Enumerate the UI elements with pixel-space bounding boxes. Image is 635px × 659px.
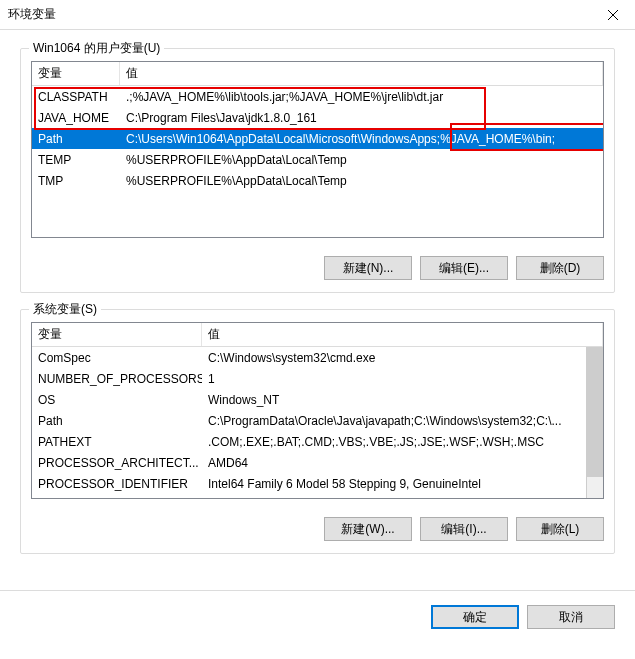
cell-name: PATHEXT: [32, 435, 202, 449]
cell-value: C:\Windows\system32\cmd.exe: [202, 351, 603, 365]
cell-value: C:\ProgramData\Oracle\Java\javapath;C:\W…: [202, 414, 603, 428]
system-delete-button[interactable]: 删除(L): [516, 517, 604, 541]
scroll-thumb[interactable]: [587, 347, 603, 477]
user-new-button[interactable]: 新建(N)...: [324, 256, 412, 280]
table-row[interactable]: ComSpecC:\Windows\system32\cmd.exe: [32, 347, 603, 368]
list-body: ComSpecC:\Windows\system32\cmd.exeNUMBER…: [32, 347, 603, 494]
system-variables-group: 系统变量(S) 变量 值 ComSpecC:\Windows\system32\…: [20, 309, 615, 554]
list-header: 变量 值: [32, 323, 603, 347]
col-header-value[interactable]: 值: [202, 323, 603, 346]
cell-value: 1: [202, 372, 603, 386]
user-delete-button[interactable]: 删除(D): [516, 256, 604, 280]
user-group-label: Win1064 的用户变量(U): [29, 40, 164, 57]
cell-value: Intel64 Family 6 Model 58 Stepping 9, Ge…: [202, 477, 603, 491]
cell-value: .COM;.EXE;.BAT;.CMD;.VBS;.VBE;.JS;.JSE;.…: [202, 435, 603, 449]
cell-value: %USERPROFILE%\AppData\Local\Temp: [120, 153, 603, 167]
dialog-footer: 确定 取消: [0, 590, 635, 647]
scrollbar[interactable]: [586, 347, 603, 498]
table-row[interactable]: PATHEXT.COM;.EXE;.BAT;.CMD;.VBS;.VBE;.JS…: [32, 431, 603, 452]
cell-value: AMD64: [202, 456, 603, 470]
system-variables-list[interactable]: 变量 值 ComSpecC:\Windows\system32\cmd.exeN…: [31, 322, 604, 499]
col-header-name[interactable]: 变量: [32, 62, 120, 85]
cell-name: PROCESSOR_ARCHITECT...: [32, 456, 202, 470]
window-title: 环境变量: [8, 6, 590, 23]
cell-value: Windows_NT: [202, 393, 603, 407]
table-row[interactable]: TEMP%USERPROFILE%\AppData\Local\Temp: [32, 149, 603, 170]
cell-value: .;%JAVA_HOME%\lib\tools.jar;%JAVA_HOME%\…: [120, 90, 603, 104]
cell-name: ComSpec: [32, 351, 202, 365]
titlebar: 环境变量: [0, 0, 635, 30]
close-icon: [608, 10, 618, 20]
cell-name: Path: [32, 414, 202, 428]
cell-name: TEMP: [32, 153, 120, 167]
table-row[interactable]: TMP%USERPROFILE%\AppData\Local\Temp: [32, 170, 603, 191]
cell-name: JAVA_HOME: [32, 111, 120, 125]
user-variables-group: Win1064 的用户变量(U) 变量 值 CLASSPATH.;%JAVA_H…: [20, 48, 615, 293]
user-variables-list[interactable]: 变量 值 CLASSPATH.;%JAVA_HOME%\lib\tools.ja…: [31, 61, 604, 238]
close-button[interactable]: [590, 0, 635, 30]
cell-name: PROCESSOR_IDENTIFIER: [32, 477, 202, 491]
table-row[interactable]: NUMBER_OF_PROCESSORS1: [32, 368, 603, 389]
table-row[interactable]: PathC:\ProgramData\Oracle\Java\javapath;…: [32, 410, 603, 431]
table-row[interactable]: PROCESSOR_ARCHITECT...AMD64: [32, 452, 603, 473]
col-header-value[interactable]: 值: [120, 62, 603, 85]
cell-value: %USERPROFILE%\AppData\Local\Temp: [120, 174, 603, 188]
system-edit-button[interactable]: 编辑(I)...: [420, 517, 508, 541]
user-button-row: 新建(N)... 编辑(E)... 删除(D): [21, 248, 614, 292]
list-body: CLASSPATH.;%JAVA_HOME%\lib\tools.jar;%JA…: [32, 86, 603, 191]
table-row[interactable]: JAVA_HOMEC:\Program Files\Java\jdk1.8.0_…: [32, 107, 603, 128]
cell-name: CLASSPATH: [32, 90, 120, 104]
system-new-button[interactable]: 新建(W)...: [324, 517, 412, 541]
ok-button[interactable]: 确定: [431, 605, 519, 629]
cell-name: Path: [32, 132, 120, 146]
col-header-name[interactable]: 变量: [32, 323, 202, 346]
system-button-row: 新建(W)... 编辑(I)... 删除(L): [21, 509, 614, 553]
cell-name: TMP: [32, 174, 120, 188]
cancel-button[interactable]: 取消: [527, 605, 615, 629]
system-group-label: 系统变量(S): [29, 301, 101, 318]
cell-value: C:\Program Files\Java\jdk1.8.0_161: [120, 111, 603, 125]
cell-name: OS: [32, 393, 202, 407]
table-row[interactable]: PROCESSOR_IDENTIFIERIntel64 Family 6 Mod…: [32, 473, 603, 494]
cell-value: C:\Users\Win1064\AppData\Local\Microsoft…: [120, 132, 603, 146]
table-row[interactable]: PathC:\Users\Win1064\AppData\Local\Micro…: [32, 128, 603, 149]
list-header: 变量 值: [32, 62, 603, 86]
user-edit-button[interactable]: 编辑(E)...: [420, 256, 508, 280]
cell-name: NUMBER_OF_PROCESSORS: [32, 372, 202, 386]
table-row[interactable]: OSWindows_NT: [32, 389, 603, 410]
table-row[interactable]: CLASSPATH.;%JAVA_HOME%\lib\tools.jar;%JA…: [32, 86, 603, 107]
